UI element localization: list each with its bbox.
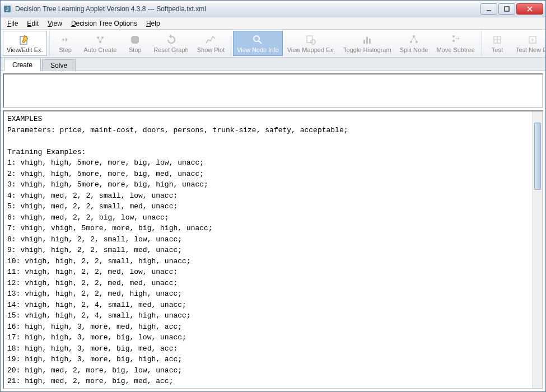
tool-label: Move Subtree — [436, 46, 474, 53]
menubar: FileEditViewDecision Tree OptionsHelp — [1, 17, 545, 30]
svg-rect-19 — [366, 37, 368, 44]
view-mapped-ex--button[interactable]: View Mapped Ex. — [283, 31, 339, 56]
maximize-button[interactable] — [498, 3, 515, 15]
examples-pane[interactable]: EXAMPLES Parameters: price, maint-cost, … — [3, 110, 543, 389]
menu-edit[interactable]: Edit — [24, 18, 42, 29]
svg-rect-18 — [363, 40, 365, 44]
menu-view[interactable]: View — [44, 18, 66, 29]
java-icon: J — [3, 4, 12, 13]
content-area: EXAMPLES Parameters: price, maint-cost, … — [1, 71, 545, 391]
auto-icon — [95, 34, 106, 45]
vertical-scrollbar[interactable] — [533, 111, 542, 388]
step-button[interactable]: Step — [52, 31, 80, 56]
examples-text[interactable]: EXAMPLES Parameters: price, maint-cost, … — [4, 111, 542, 389]
toolbar: View/Edit Ex.StepAuto CreateStopReset Gr… — [1, 30, 545, 58]
svg-line-24 — [411, 36, 414, 42]
view-node-info-button[interactable]: View Node Info — [233, 31, 282, 56]
tool-label: Step — [59, 46, 72, 53]
menu-decision-tree-options[interactable]: Decision Tree Options — [68, 18, 141, 29]
svg-line-25 — [414, 36, 417, 42]
stop-button[interactable]: Stop — [121, 31, 149, 56]
test-icon — [492, 34, 503, 45]
svg-rect-3 — [505, 7, 509, 11]
window-controls — [480, 3, 543, 15]
tool-label: Stop — [129, 46, 142, 53]
svg-point-26 — [452, 35, 455, 38]
svg-point-7 — [62, 39, 64, 41]
svg-point-14 — [254, 36, 259, 41]
view-edit-ex--button[interactable]: View/Edit Ex. — [3, 31, 47, 56]
svg-line-11 — [98, 38, 100, 42]
reset-icon — [166, 34, 177, 45]
svg-rect-20 — [369, 39, 371, 44]
step-icon — [60, 34, 71, 45]
tab-solve[interactable]: Solve — [42, 59, 76, 71]
histogram-icon — [362, 34, 373, 45]
tool-label: Reset Graph — [153, 46, 188, 53]
auto-create-button[interactable]: Auto Create — [80, 31, 121, 56]
svg-marker-13 — [131, 36, 139, 44]
test-new-ex-button[interactable]: +Test New Ex — [512, 31, 545, 56]
mapped-icon — [305, 34, 316, 45]
reset-graph-button[interactable]: Reset Graph — [150, 31, 192, 56]
scroll-thumb[interactable] — [534, 123, 541, 190]
stop-icon — [129, 34, 141, 45]
tool-label: Test New Ex — [516, 46, 545, 53]
tool-label: View Mapped Ex. — [287, 46, 335, 53]
svg-rect-16 — [307, 36, 312, 43]
tool-label: View Node Info — [237, 46, 278, 53]
move-icon — [450, 34, 461, 45]
window-title: Decision Tree Learning Applet Version 4.… — [15, 5, 480, 13]
svg-text:+: + — [531, 37, 535, 43]
tool-label: Split Node — [400, 46, 428, 53]
move-subtree-button[interactable]: Move Subtree — [432, 31, 478, 56]
testnew-icon: + — [527, 34, 538, 45]
tool-label: Toggle Histogram — [343, 46, 391, 53]
titlebar: J Decision Tree Learning Applet Version … — [1, 1, 545, 17]
plot-icon — [205, 34, 216, 45]
toggle-histogram-button[interactable]: Toggle Histogram — [339, 31, 395, 56]
tool-label: Show Plot — [197, 46, 225, 53]
upper-text-pane[interactable] — [3, 73, 543, 108]
tool-label: View/Edit Ex. — [7, 46, 43, 53]
tool-label: Auto Create — [84, 46, 117, 53]
svg-text:J: J — [6, 6, 9, 12]
minimize-button[interactable] — [480, 3, 497, 15]
test-button[interactable]: Test — [483, 31, 511, 56]
split-icon — [408, 34, 419, 45]
svg-line-15 — [259, 41, 262, 44]
svg-point-27 — [452, 40, 455, 42]
tool-label: Test — [492, 46, 503, 53]
menu-help[interactable]: Help — [143, 18, 164, 29]
show-plot-button[interactable]: Show Plot — [193, 31, 229, 56]
svg-line-12 — [100, 38, 102, 42]
split-node-button[interactable]: Split Node — [396, 31, 432, 56]
close-button[interactable] — [516, 3, 543, 15]
edit-icon — [19, 34, 30, 45]
tab-create[interactable]: Create — [4, 59, 41, 71]
menu-file[interactable]: File — [4, 18, 21, 29]
nodeinfo-icon — [252, 34, 263, 45]
tab-strip: CreateSolve — [1, 58, 545, 71]
